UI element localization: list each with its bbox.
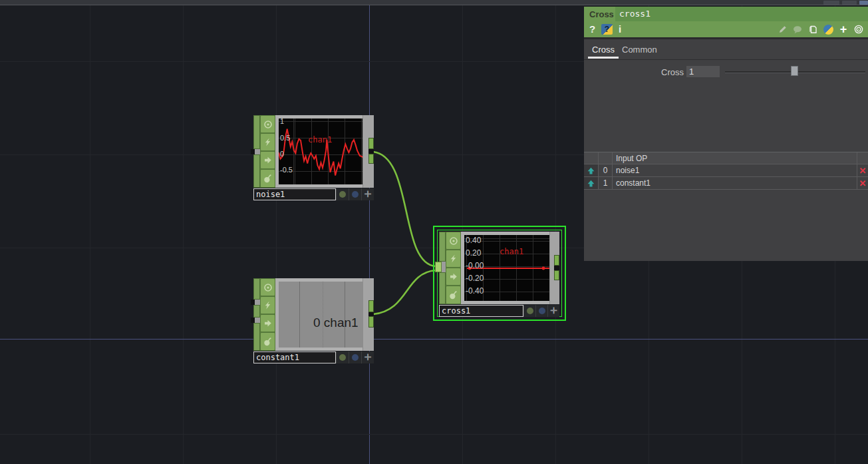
- input-connector[interactable]: [251, 149, 255, 154]
- cross1-node[interactable]: 0.40 0.20 -0.00 -0.20 -0.40 chan1 cross1…: [439, 232, 559, 304]
- export-flag-button[interactable]: [260, 151, 275, 169]
- add-icon[interactable]: +: [838, 24, 849, 35]
- tab-common[interactable]: Common: [622, 45, 657, 55]
- copy-icon[interactable]: [807, 24, 818, 35]
- tab-cross[interactable]: Cross: [592, 45, 615, 55]
- up-arrow-icon: [587, 179, 595, 188]
- output-connector[interactable]: [554, 270, 559, 280]
- node-color-strip: [253, 278, 260, 300]
- parameter-tabs: Cross Common: [584, 39, 868, 60]
- arrow-right-icon: [263, 155, 273, 165]
- display-toggle-button[interactable]: [349, 351, 361, 363]
- node-flags: [260, 278, 275, 351]
- lightning-icon: [263, 300, 273, 310]
- edit-icon[interactable]: [777, 24, 788, 35]
- cross-param-value-field[interactable]: 1: [686, 66, 720, 77]
- constant1-node[interactable]: 0 chan1 constant1 ✛: [253, 278, 374, 351]
- noise1-viewer: 1 0.5 0 -0.5 chan1: [279, 118, 363, 184]
- up-arrow-icon: [587, 166, 595, 175]
- viewer-grid-line: [345, 282, 345, 348]
- delete-row-button[interactable]: ✕: [857, 177, 868, 189]
- arrow-right-icon: [263, 318, 273, 328]
- output-connector[interactable]: [368, 300, 374, 312]
- axis-label: 1: [280, 118, 284, 125]
- constant-value-text: 0 chan1: [313, 316, 359, 330]
- cross1-name-field[interactable]: cross1: [439, 305, 523, 317]
- display-toggle-button[interactable]: [535, 305, 547, 317]
- parameter-dialog-iconbar: ? ? i +: [584, 21, 868, 39]
- header-cell-move: [584, 152, 599, 164]
- row-op-name[interactable]: noise1: [613, 164, 857, 176]
- output-connector[interactable]: [368, 154, 374, 164]
- export-flag-button[interactable]: [446, 268, 461, 286]
- output-connector[interactable]: [554, 255, 559, 266]
- python-icon[interactable]: [823, 24, 833, 35]
- bypass-flag-button[interactable]: [260, 133, 275, 151]
- delete-row-button[interactable]: ✕: [857, 164, 868, 176]
- viewer-icon: [263, 119, 273, 130]
- plus-icon: ✛: [364, 354, 372, 361]
- viewer-toggle-button[interactable]: [336, 351, 349, 363]
- bypass-flag-button[interactable]: [260, 296, 275, 314]
- operator-name-field[interactable]: cross1: [615, 7, 868, 21]
- row-op-name[interactable]: constant1: [613, 177, 857, 189]
- display-toggle-button[interactable]: [349, 188, 361, 200]
- green-dot-icon: [339, 191, 346, 198]
- viewer-flag-button[interactable]: [446, 232, 461, 250]
- axis-label: 0.20: [466, 249, 481, 257]
- export-flag-button[interactable]: [260, 314, 275, 332]
- viewer-toggle-button[interactable]: [336, 188, 349, 200]
- output-connector[interactable]: [368, 138, 374, 149]
- viewer-flag-button[interactable]: [260, 115, 275, 133]
- lock-flag-button[interactable]: [446, 286, 461, 304]
- node-flags: [260, 115, 275, 188]
- constant1-name-field[interactable]: constant1: [253, 351, 336, 363]
- output-connector[interactable]: [368, 316, 374, 328]
- row-index: 0: [599, 164, 613, 176]
- viewer-icon: [448, 236, 459, 246]
- output-wire-point: [554, 266, 559, 270]
- input-connector-active[interactable]: [435, 262, 442, 272]
- viewer-toggle-button[interactable]: [523, 305, 535, 317]
- green-dot-icon: [527, 308, 533, 314]
- bomb-icon: [448, 290, 458, 300]
- wire-constant1-to-cross1[interactable]: [373, 270, 436, 314]
- move-up-button[interactable]: [584, 177, 599, 189]
- move-up-button[interactable]: [584, 164, 599, 176]
- lock-flag-button[interactable]: [260, 332, 275, 351]
- blue-dot-icon: [539, 308, 545, 314]
- axis-label: -0.20: [466, 274, 484, 282]
- noise1-node[interactable]: 1 0.5 0 -0.5 chan1 noise1 ✛: [253, 115, 374, 188]
- viewer-flag-button[interactable]: [260, 278, 275, 296]
- wire-noise1-to-cross1[interactable]: [373, 152, 436, 266]
- blue-dot-icon: [352, 191, 359, 198]
- parameter-dialog: Cross cross1 ? ? i +: [584, 7, 868, 261]
- axis-label: 0.5: [280, 134, 290, 142]
- node-name-row: constant1 ✛: [253, 351, 374, 363]
- expand-button[interactable]: ✛: [361, 351, 374, 363]
- expand-button[interactable]: ✛: [547, 305, 559, 317]
- parameter-dialog-titlebar[interactable]: Cross cross1: [584, 7, 868, 21]
- input-connector[interactable]: [251, 318, 255, 323]
- network-editor[interactable]: 1 0.5 0 -0.5 chan1 noise1 ✛: [0, 0, 868, 464]
- noise1-name-field[interactable]: noise1: [253, 188, 336, 200]
- info-icon[interactable]: i: [619, 23, 621, 35]
- comment-icon[interactable]: [792, 24, 803, 35]
- lock-flag-button[interactable]: [260, 169, 275, 188]
- node-right-strip: [362, 115, 374, 188]
- bypass-flag-button[interactable]: [446, 250, 461, 268]
- cross-param-slider-handle[interactable]: [791, 66, 798, 76]
- node-color-strip: [253, 154, 260, 188]
- bullseye-icon[interactable]: [853, 24, 864, 35]
- help-icon[interactable]: ?: [589, 23, 595, 35]
- node-right-strip: [549, 232, 559, 304]
- lightning-icon: [448, 254, 458, 264]
- delete-x-icon: ✕: [859, 166, 867, 176]
- node-color-strip: [253, 115, 260, 149]
- viewer-grid-line: [323, 282, 323, 348]
- input-connector[interactable]: [251, 300, 255, 305]
- python-help-icon[interactable]: ?: [601, 24, 613, 35]
- channel-label: chan1: [308, 135, 332, 144]
- delete-x-icon: ✕: [859, 178, 867, 188]
- expand-button[interactable]: ✛: [361, 188, 374, 200]
